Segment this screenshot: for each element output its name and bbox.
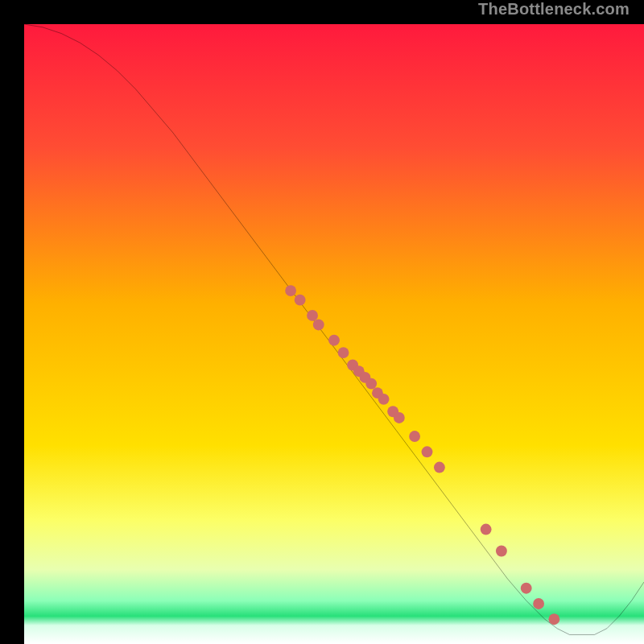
data-dot (533, 598, 544, 609)
data-dot (328, 335, 340, 346)
bottleneck-chart (24, 24, 644, 644)
data-dot (496, 546, 507, 557)
data-dot (434, 462, 445, 473)
data-dot (521, 583, 532, 594)
data-dot (548, 613, 559, 625)
data-dot (365, 378, 377, 390)
data-dot (378, 394, 390, 405)
data-dot (285, 285, 296, 296)
data-dot (409, 431, 420, 442)
data-dot (307, 310, 318, 321)
gradient-background (24, 24, 644, 644)
data-dot (394, 412, 405, 423)
data-dot (313, 320, 324, 331)
data-dot (481, 524, 492, 535)
data-dot (338, 347, 349, 358)
data-dot (422, 446, 433, 457)
watermark-text: TheBottleneck.com (478, 0, 630, 19)
chart-frame (12, 12, 632, 632)
data-dot (295, 295, 306, 306)
